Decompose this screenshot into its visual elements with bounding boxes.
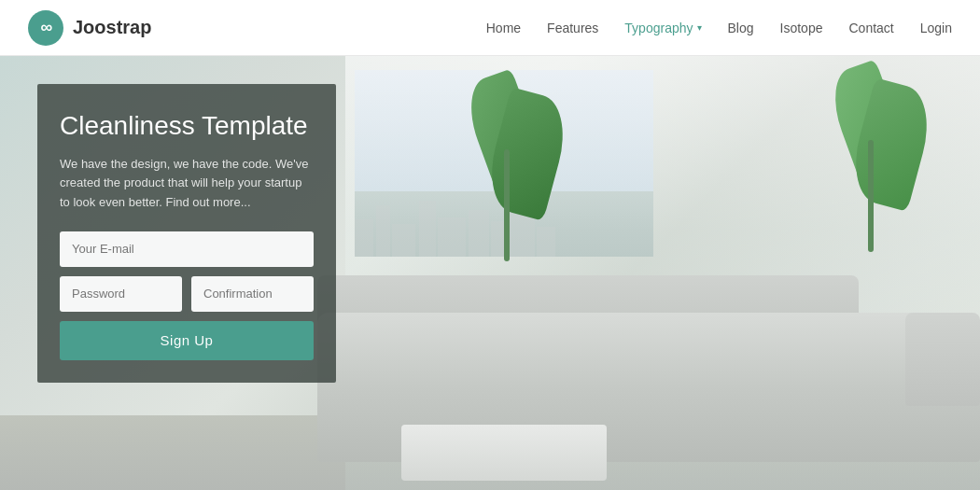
nav-item-features[interactable]: Features xyxy=(547,20,598,36)
hero-background: Cleanliness Template We have the design,… xyxy=(0,56,980,490)
confirmation-input[interactable] xyxy=(191,276,314,312)
nav-link-typography: Typography xyxy=(624,21,693,35)
hero-title: Cleanliness Template xyxy=(60,110,314,142)
hero-description: We have the design, we have the code. We… xyxy=(60,155,314,213)
plant-right xyxy=(821,65,933,252)
signup-button[interactable]: Sign Up xyxy=(60,321,314,360)
navbar: ∞ Joostrap Home Features Typography ▾ Bl… xyxy=(0,0,980,56)
brand[interactable]: ∞ Joostrap xyxy=(28,10,151,46)
hero-card: Cleanliness Template We have the design,… xyxy=(37,84,336,383)
password-row xyxy=(60,276,314,312)
email-group xyxy=(60,231,314,267)
nav-link-contact[interactable]: Contact xyxy=(848,21,893,35)
nav-item-home[interactable]: Home xyxy=(486,20,521,36)
brand-name: Joostrap xyxy=(73,17,151,38)
nav-item-login[interactable]: Login xyxy=(920,20,952,36)
password-input[interactable] xyxy=(60,276,182,312)
nav-item-typography[interactable]: Typography ▾ xyxy=(624,21,701,35)
sofa-armrest xyxy=(905,313,980,406)
nav-link-features[interactable]: Features xyxy=(547,21,598,35)
hero-section: Cleanliness Template We have the design,… xyxy=(0,56,980,490)
plant-stem xyxy=(504,149,510,261)
nav-link-isotope[interactable]: Isotope xyxy=(780,21,823,35)
plant-stem xyxy=(868,140,874,252)
coffee-table xyxy=(401,425,607,481)
nav-item-isotope[interactable]: Isotope xyxy=(780,20,823,36)
nav-link-login[interactable]: Login xyxy=(920,21,952,35)
nav-link-blog[interactable]: Blog xyxy=(728,21,754,35)
nav-menu: Home Features Typography ▾ Blog Isotope … xyxy=(486,20,952,36)
nav-item-blog[interactable]: Blog xyxy=(728,20,754,36)
nav-dropdown-typography[interactable]: Typography ▾ xyxy=(624,21,701,35)
nav-link-home[interactable]: Home xyxy=(486,21,521,35)
logo-icon: ∞ xyxy=(41,18,51,37)
nav-item-contact[interactable]: Contact xyxy=(848,20,893,36)
plant xyxy=(457,75,569,261)
brand-logo: ∞ xyxy=(28,10,63,46)
dropdown-arrow-icon: ▾ xyxy=(697,22,702,33)
email-input[interactable] xyxy=(60,231,314,267)
